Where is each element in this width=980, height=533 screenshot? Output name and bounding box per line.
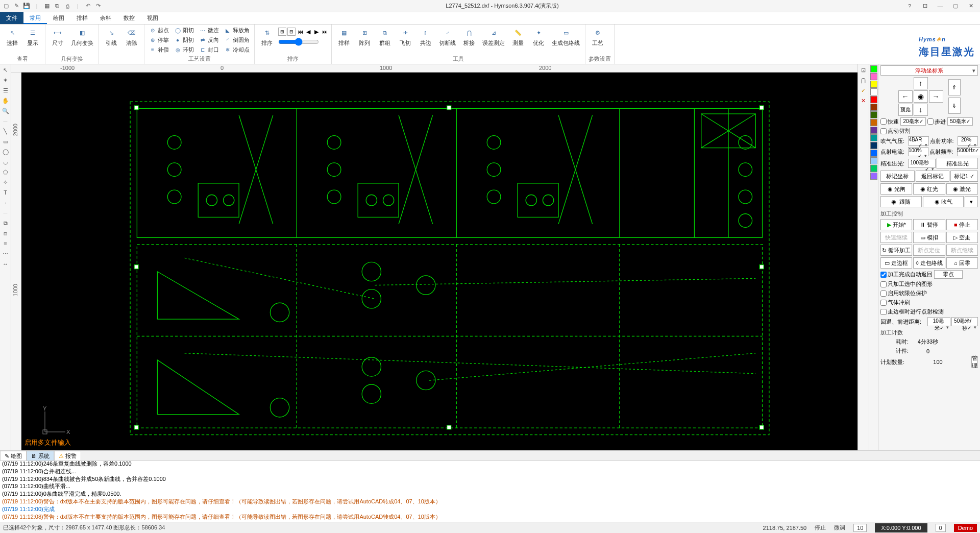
manage-button[interactable]: 管理: [971, 356, 978, 368]
frame-button[interactable]: ▭走边框: [880, 257, 912, 269]
shot-current-input[interactable]: 100% ✓: [908, 147, 928, 156]
print-icon[interactable]: ⎙: [63, 2, 71, 10]
array-button[interactable]: ⊞阵列: [355, 26, 374, 47]
tool-rect-icon[interactable]: ▭: [1, 137, 10, 146]
jog-down-button[interactable]: ↓: [914, 104, 928, 116]
close-icon[interactable]: ✕: [964, 1, 978, 11]
select-button[interactable]: ↖选择: [3, 26, 21, 47]
tool-poly-icon[interactable]: ⬠: [1, 167, 10, 177]
tab-remnant[interactable]: 余料: [94, 12, 117, 24]
redo-icon[interactable]: ↷: [94, 2, 102, 10]
seal-button[interactable]: ⊏封口: [198, 45, 220, 54]
layer-swatch-11[interactable]: [870, 150, 877, 157]
layer-swatch-12[interactable]: [870, 157, 877, 164]
snap-center-icon[interactable]: ✓: [859, 86, 868, 95]
startpt-button[interactable]: ⊙起点: [148, 26, 170, 35]
measure-button[interactable]: 📏测量: [509, 26, 527, 47]
only-selected-checkbox[interactable]: 只加工选中的图形: [880, 280, 978, 288]
layer-swatch-0[interactable]: [870, 65, 877, 72]
home-button[interactable]: ⌂回零: [946, 257, 978, 269]
return-mark-button[interactable]: 返回标记: [916, 171, 950, 182]
comp-button[interactable]: ≡补偿: [148, 45, 170, 54]
release-button[interactable]: ◣释放角: [223, 26, 251, 35]
gas-flush-checkbox[interactable]: 气体冲刷: [880, 299, 978, 306]
tool-star-icon[interactable]: ✧: [1, 178, 10, 187]
dock-button[interactable]: ⊕停靠: [148, 35, 170, 44]
loop-button[interactable]: ↻循环加工: [880, 245, 912, 256]
coord-system-select[interactable]: 浮动坐标系: [880, 65, 978, 76]
minimize-icon[interactable]: —: [933, 1, 947, 11]
envelope-run-button[interactable]: ◊走包络线: [913, 257, 945, 269]
blow-dropdown[interactable]: ▾: [965, 196, 978, 207]
reverse-button[interactable]: ⇄反向: [198, 35, 220, 44]
tool-arc-icon[interactable]: ◡: [1, 157, 10, 166]
step-value[interactable]: 50毫米✓: [947, 117, 973, 126]
tool-group-icon[interactable]: ⧉: [1, 219, 10, 228]
tool-more-icon[interactable]: ⋯: [1, 249, 10, 258]
dryrun-button[interactable]: ▷空走: [946, 232, 978, 243]
bp-locate-button[interactable]: 断点定位: [913, 245, 945, 256]
tool-text-icon[interactable]: T: [1, 188, 10, 197]
tool-select-icon[interactable]: ↖: [1, 65, 10, 75]
errmeasure-button[interactable]: ⊿误差测定: [480, 26, 507, 47]
return-point-select[interactable]: 零点: [934, 270, 963, 279]
z-up-button[interactable]: ⇑: [948, 79, 961, 95]
tab-common[interactable]: 常用: [23, 12, 47, 24]
optimize-button[interactable]: ✦优化: [529, 26, 548, 47]
tool-ungroup-icon[interactable]: ⧈: [1, 229, 10, 238]
precise-time-input[interactable]: 100毫秒✓: [908, 159, 936, 168]
display-button[interactable]: ☰显示: [23, 26, 42, 47]
tool-node-icon[interactable]: ✶: [1, 76, 10, 85]
pause-button[interactable]: ⏸暂停: [913, 219, 945, 230]
jog-up-button[interactable]: ↑: [914, 77, 928, 89]
last-icon[interactable]: ⏭: [321, 28, 328, 36]
open-icon[interactable]: ✎: [12, 2, 20, 10]
shot-freq-input[interactable]: 5000Hz✓: [957, 147, 980, 156]
tool-circle-icon[interactable]: ◯: [1, 147, 10, 156]
first-icon[interactable]: ⏮: [297, 28, 304, 36]
stop-button[interactable]: ■停止: [946, 219, 978, 230]
sortmode2-icon[interactable]: ⊟: [287, 28, 296, 36]
next-icon[interactable]: ▶: [313, 28, 320, 36]
resume-button[interactable]: 快速继续: [880, 232, 912, 243]
coolpt-button[interactable]: ❄冷却点: [223, 45, 251, 54]
auto-return-checkbox[interactable]: 加工完成自动返回: [880, 271, 933, 278]
follow-button[interactable]: ◉跟随: [880, 196, 922, 207]
geotransform-button[interactable]: ◧几何变换: [69, 26, 95, 47]
retreat-dist-input[interactable]: 10毫米✓: [927, 317, 950, 326]
mark-select[interactable]: 标记1 ✓: [950, 171, 978, 182]
btab-alarm[interactable]: ⚠报警: [54, 451, 81, 461]
btab-system[interactable]: 🗎系统: [27, 451, 54, 461]
jog-left-button[interactable]: ←: [898, 90, 913, 103]
tool-zoom-icon[interactable]: 🔍: [1, 106, 10, 115]
nest-button[interactable]: ▦排样: [335, 26, 353, 47]
cutline-button[interactable]: ⟋切断线: [437, 26, 458, 47]
craft-button[interactable]: ⚙工艺: [589, 26, 607, 47]
log-panel[interactable]: (07/19 11:12:00)去除重复线(07/19 11:12:00)246…: [0, 461, 980, 522]
drawing-canvas[interactable]: YX 启用多文件输入: [21, 72, 857, 450]
tool-align-icon[interactable]: ≡: [1, 239, 10, 248]
tab-cnc[interactable]: 数控: [117, 12, 141, 24]
sort-slider[interactable]: [278, 38, 319, 46]
tool-order-icon[interactable]: ☰: [1, 86, 10, 95]
size-button[interactable]: ⟷尺寸: [48, 26, 67, 47]
jog-center-button[interactable]: ◉: [914, 90, 928, 103]
bp-continue-button[interactable]: 断点继续: [946, 245, 978, 256]
panel-restore-icon[interactable]: ⊡: [918, 1, 932, 11]
tool-pan-icon[interactable]: ✋: [1, 96, 10, 105]
tab-view[interactable]: 视图: [141, 12, 164, 24]
help-icon[interactable]: ?: [902, 1, 917, 11]
clear-button[interactable]: ⌫清除: [122, 26, 141, 47]
layer-swatch-4[interactable]: [870, 96, 877, 103]
undo-icon[interactable]: ↶: [84, 2, 92, 10]
fast-value[interactable]: 20毫米✓: [900, 117, 926, 126]
sortmode1-icon[interactable]: ⊞: [278, 28, 286, 36]
z-down-button[interactable]: ⇓: [948, 98, 961, 114]
precise-shot-button[interactable]: 精准出光: [937, 158, 978, 169]
fine-value[interactable]: 10: [853, 524, 867, 532]
layer-swatch-1[interactable]: [870, 73, 877, 80]
shot-power-input[interactable]: 20% ✓: [958, 136, 978, 146]
tool-point-icon[interactable]: ·: [1, 198, 10, 207]
layers-icon[interactable]: ⧉: [53, 2, 61, 10]
layer-swatch-5[interactable]: [870, 104, 877, 111]
